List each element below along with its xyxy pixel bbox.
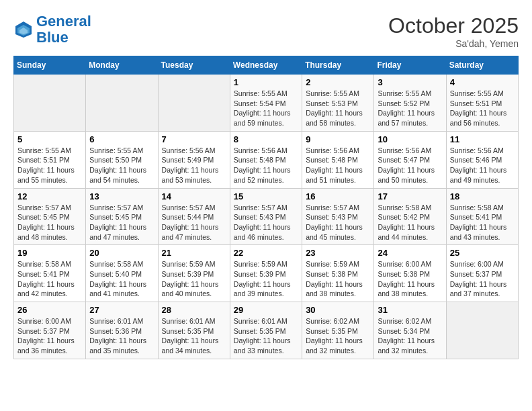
day-number: 15 [234,191,298,201]
day-number: 26 [17,305,82,315]
day-number: 6 [89,134,154,144]
day-info: Sunrise: 6:01 AM Sunset: 5:35 PM Dayligh… [162,316,226,356]
col-header-monday: Monday [86,56,158,75]
day-info: Sunrise: 5:55 AM Sunset: 5:54 PM Dayligh… [234,89,298,128]
day-info: Sunrise: 5:55 AM Sunset: 5:51 PM Dayligh… [17,146,82,185]
col-header-saturday: Saturday [446,56,518,75]
day-info: Sunrise: 6:00 AM Sunset: 5:38 PM Dayligh… [378,259,442,299]
day-info: Sunrise: 5:59 AM Sunset: 5:39 PM Dayligh… [162,259,226,299]
day-cell: 9Sunrise: 5:56 AM Sunset: 5:48 PM Daylig… [302,131,374,188]
day-cell: 1Sunrise: 5:55 AM Sunset: 5:54 PM Daylig… [230,75,302,132]
day-cell: 22Sunrise: 5:59 AM Sunset: 5:39 PM Dayli… [230,245,302,302]
day-number: 10 [378,134,442,144]
week-row-5: 26Sunrise: 6:00 AM Sunset: 5:37 PM Dayli… [14,302,519,359]
day-cell: 12Sunrise: 5:57 AM Sunset: 5:45 PM Dayli… [14,188,86,245]
col-header-tuesday: Tuesday [158,56,230,75]
day-info: Sunrise: 6:02 AM Sunset: 5:35 PM Dayligh… [306,316,370,356]
col-header-wednesday: Wednesday [230,56,302,75]
day-number: 5 [17,134,82,144]
day-info: Sunrise: 6:02 AM Sunset: 5:34 PM Dayligh… [378,316,442,356]
day-info: Sunrise: 5:56 AM Sunset: 5:47 PM Dayligh… [378,146,442,185]
logo-line1: General [36,13,91,30]
day-cell: 19Sunrise: 5:58 AM Sunset: 5:41 PM Dayli… [14,245,86,302]
day-cell: 27Sunrise: 6:01 AM Sunset: 5:36 PM Dayli… [86,302,158,359]
day-number: 12 [17,191,82,201]
day-info: Sunrise: 6:00 AM Sunset: 5:37 PM Dayligh… [17,316,82,356]
day-cell: 25Sunrise: 6:00 AM Sunset: 5:37 PM Dayli… [446,245,518,302]
day-number: 11 [450,134,515,144]
calendar-table: SundayMondayTuesdayWednesdayThursdayFrid… [13,56,519,359]
day-info: Sunrise: 5:59 AM Sunset: 5:39 PM Dayligh… [234,259,298,299]
day-cell [158,75,230,132]
day-number: 29 [234,305,298,315]
day-info: Sunrise: 5:57 AM Sunset: 5:45 PM Dayligh… [89,203,154,242]
day-number: 18 [450,191,515,201]
day-cell: 3Sunrise: 5:55 AM Sunset: 5:52 PM Daylig… [374,75,446,132]
day-number: 23 [306,248,370,258]
day-number: 1 [234,77,298,87]
day-number: 14 [162,191,226,201]
day-cell: 26Sunrise: 6:00 AM Sunset: 5:37 PM Dayli… [14,302,86,359]
day-cell: 6Sunrise: 5:55 AM Sunset: 5:50 PM Daylig… [86,131,158,188]
day-number: 8 [234,134,298,144]
day-info: Sunrise: 5:55 AM Sunset: 5:51 PM Dayligh… [450,89,515,128]
day-info: Sunrise: 6:01 AM Sunset: 5:35 PM Dayligh… [234,316,298,356]
day-cell: 20Sunrise: 5:58 AM Sunset: 5:40 PM Dayli… [86,245,158,302]
day-cell: 4Sunrise: 5:55 AM Sunset: 5:51 PM Daylig… [446,75,518,132]
day-info: Sunrise: 6:01 AM Sunset: 5:36 PM Dayligh… [89,316,154,356]
day-number: 21 [162,248,226,258]
location-subtitle: Sa'dah, Yemen [388,38,519,49]
day-number: 30 [306,305,370,315]
month-title: October 2025 [388,13,519,38]
day-number: 27 [89,305,154,315]
day-number: 4 [450,77,515,87]
week-row-2: 5Sunrise: 5:55 AM Sunset: 5:51 PM Daylig… [14,131,519,188]
day-info: Sunrise: 5:57 AM Sunset: 5:43 PM Dayligh… [234,203,298,242]
day-number: 13 [89,191,154,201]
header-row: SundayMondayTuesdayWednesdayThursdayFrid… [14,56,519,75]
day-cell: 17Sunrise: 5:58 AM Sunset: 5:42 PM Dayli… [374,188,446,245]
day-info: Sunrise: 5:58 AM Sunset: 5:41 PM Dayligh… [450,203,515,242]
day-number: 31 [378,305,442,315]
day-info: Sunrise: 5:57 AM Sunset: 5:45 PM Dayligh… [17,203,82,242]
day-number: 25 [450,248,515,258]
day-cell: 5Sunrise: 5:55 AM Sunset: 5:51 PM Daylig… [14,131,86,188]
day-cell [86,75,158,132]
day-number: 19 [17,248,82,258]
day-info: Sunrise: 6:00 AM Sunset: 5:37 PM Dayligh… [450,259,515,299]
day-cell: 13Sunrise: 5:57 AM Sunset: 5:45 PM Dayli… [86,188,158,245]
day-cell: 29Sunrise: 6:01 AM Sunset: 5:35 PM Dayli… [230,302,302,359]
day-info: Sunrise: 5:56 AM Sunset: 5:48 PM Dayligh… [306,146,370,185]
week-row-4: 19Sunrise: 5:58 AM Sunset: 5:41 PM Dayli… [14,245,519,302]
week-row-3: 12Sunrise: 5:57 AM Sunset: 5:45 PM Dayli… [14,188,519,245]
page-header: General Blue October 2025 Sa'dah, Yemen [13,13,519,49]
day-cell: 14Sunrise: 5:57 AM Sunset: 5:44 PM Dayli… [158,188,230,245]
day-info: Sunrise: 5:59 AM Sunset: 5:38 PM Dayligh… [306,259,370,299]
day-number: 24 [378,248,442,258]
day-cell: 11Sunrise: 5:56 AM Sunset: 5:46 PM Dayli… [446,131,518,188]
logo: General Blue [13,13,91,46]
day-info: Sunrise: 5:56 AM Sunset: 5:48 PM Dayligh… [234,146,298,185]
day-cell [446,302,518,359]
day-cell: 18Sunrise: 5:58 AM Sunset: 5:41 PM Dayli… [446,188,518,245]
title-block: October 2025 Sa'dah, Yemen [388,13,519,49]
day-info: Sunrise: 5:58 AM Sunset: 5:40 PM Dayligh… [89,259,154,299]
day-cell [14,75,86,132]
col-header-friday: Friday [374,56,446,75]
day-cell: 30Sunrise: 6:02 AM Sunset: 5:35 PM Dayli… [302,302,374,359]
day-cell: 21Sunrise: 5:59 AM Sunset: 5:39 PM Dayli… [158,245,230,302]
day-info: Sunrise: 5:55 AM Sunset: 5:52 PM Dayligh… [378,89,442,128]
day-info: Sunrise: 5:57 AM Sunset: 5:44 PM Dayligh… [162,203,226,242]
col-header-sunday: Sunday [14,56,86,75]
day-number: 22 [234,248,298,258]
day-number: 20 [89,248,154,258]
day-info: Sunrise: 5:55 AM Sunset: 5:50 PM Dayligh… [89,146,154,185]
col-header-thursday: Thursday [302,56,374,75]
logo-text: General Blue [36,13,91,46]
day-number: 17 [378,191,442,201]
day-number: 28 [162,305,226,315]
day-cell: 23Sunrise: 5:59 AM Sunset: 5:38 PM Dayli… [302,245,374,302]
day-info: Sunrise: 5:57 AM Sunset: 5:43 PM Dayligh… [306,203,370,242]
day-number: 7 [162,134,226,144]
day-info: Sunrise: 5:58 AM Sunset: 5:42 PM Dayligh… [378,203,442,242]
